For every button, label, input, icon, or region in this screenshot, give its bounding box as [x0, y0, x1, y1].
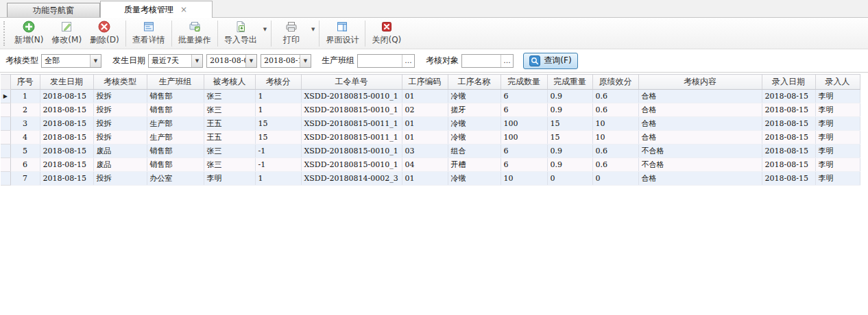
cell-entry-date[interactable]: 2018-08-15 — [762, 158, 815, 172]
cell-team[interactable]: 销售部 — [147, 90, 204, 103]
view-detail-button[interactable]: 查看详情 — [128, 20, 169, 47]
cell-content[interactable]: 合格 — [638, 90, 762, 103]
cell-seq[interactable]: 4 — [10, 131, 40, 144]
cell-work-order[interactable]: XSDD-20180815-0010_1 — [301, 90, 402, 103]
column-header-date[interactable]: 发生日期 — [40, 75, 93, 90]
table-row[interactable]: 42018-08-15投拆生产部王五15XSDD-20180815-0011_1… — [1, 131, 860, 144]
column-header-type[interactable]: 考核类型 — [93, 75, 147, 90]
cell-base-score[interactable]: 10 — [592, 131, 638, 144]
cell-date[interactable]: 2018-08-15 — [40, 158, 93, 172]
cell-base-score[interactable]: 0.6 — [592, 144, 638, 158]
ui-design-button[interactable]: 界面设计 — [322, 20, 363, 47]
cell-seq[interactable]: 1 — [10, 90, 40, 103]
edit-button[interactable]: 修改(M) — [47, 20, 86, 47]
cell-seq[interactable]: 3 — [10, 117, 40, 131]
add-button[interactable]: 新增(N) — [10, 20, 47, 47]
cell-qty[interactable]: 6 — [501, 90, 547, 103]
cell-proc-name[interactable]: 冷镦 — [448, 172, 501, 186]
cell-proc-code[interactable]: 01 — [402, 172, 448, 186]
chevron-down-icon[interactable]: ▼ — [309, 27, 317, 32]
cell-work-order[interactable]: XSDD-20180815-0011_1 — [301, 131, 402, 144]
cell-entry-date[interactable]: 2018-08-15 — [762, 90, 815, 103]
cell-score[interactable]: 15 — [255, 131, 301, 144]
assessment-type-select[interactable]: 全部 ▼ — [41, 54, 101, 68]
chevron-down-icon[interactable]: ▼ — [300, 55, 311, 67]
cell-entry-person[interactable]: 李明 — [815, 172, 860, 186]
table-row[interactable]: 72018-08-15投拆办公室李明1XSDD-20180814-0002_30… — [1, 172, 860, 186]
cell-weight[interactable]: 0.9 — [547, 158, 592, 172]
cell-proc-name[interactable]: 冷镦 — [448, 117, 501, 131]
cell-proc-name[interactable]: 冷镦 — [448, 131, 501, 144]
column-header-proc-code[interactable]: 工序编码 — [402, 75, 448, 90]
cell-type[interactable]: 投拆 — [93, 131, 147, 144]
cell-team[interactable]: 办公室 — [147, 172, 204, 186]
query-button[interactable]: 查询(F) — [523, 53, 578, 69]
cell-date[interactable]: 2018-08-15 — [40, 90, 93, 103]
production-team-lookup[interactable]: … — [357, 54, 415, 68]
cell-base-score[interactable]: 0.6 — [592, 158, 638, 172]
cell-entry-date[interactable]: 2018-08-15 — [762, 131, 815, 144]
cell-weight[interactable]: 0.9 — [547, 103, 592, 117]
assessment-target-lookup[interactable]: … — [461, 54, 514, 68]
cell-person[interactable]: 王五 — [204, 117, 255, 131]
column-header-entry-date[interactable]: 录入日期 — [762, 75, 815, 90]
cell-qty[interactable]: 6 — [501, 103, 547, 117]
row-indicator-icon[interactable] — [1, 131, 10, 144]
cell-score[interactable]: 1 — [255, 90, 301, 103]
cell-content[interactable]: 合格 — [638, 117, 762, 131]
column-header-work-order[interactable]: 工令单号 — [301, 75, 402, 90]
cell-weight[interactable]: 15 — [547, 131, 592, 144]
cell-base-score[interactable]: 0.6 — [592, 103, 638, 117]
cell-entry-date[interactable]: 2018-08-15 — [762, 103, 815, 117]
assessment-target-input[interactable] — [462, 55, 501, 66]
cell-work-order[interactable]: XSDD-20180815-0010_1 — [301, 144, 402, 158]
row-indicator-icon[interactable] — [1, 158, 10, 172]
row-indicator-icon[interactable] — [1, 172, 10, 186]
cell-score[interactable]: 1 — [255, 103, 301, 117]
chevron-down-icon[interactable]: ▼ — [261, 27, 269, 32]
cell-entry-date[interactable]: 2018-08-15 — [762, 117, 815, 131]
cell-person[interactable]: 李明 — [204, 172, 255, 186]
cell-proc-code[interactable]: 01 — [402, 117, 448, 131]
cell-person[interactable]: 王五 — [204, 131, 255, 144]
cell-weight[interactable]: 0.9 — [547, 90, 592, 103]
cell-person[interactable]: 张三 — [204, 103, 255, 117]
cell-proc-name[interactable]: 冷镦 — [448, 90, 501, 103]
production-team-input[interactable] — [358, 55, 402, 66]
cell-qty[interactable]: 10 — [501, 172, 547, 186]
cell-weight[interactable]: 15 — [547, 117, 592, 131]
cell-type[interactable]: 废品 — [93, 144, 147, 158]
chevron-down-icon[interactable]: ▼ — [191, 55, 202, 67]
cell-date[interactable]: 2018-08-15 — [40, 117, 93, 131]
cell-type[interactable]: 投拆 — [93, 103, 147, 117]
cell-base-score[interactable]: 0 — [592, 172, 638, 186]
row-indicator-icon[interactable] — [1, 117, 10, 131]
column-header-base-score[interactable]: 原绩效分 — [592, 75, 638, 90]
cell-proc-code[interactable]: 01 — [402, 90, 448, 103]
cell-proc-code[interactable]: 01 — [402, 131, 448, 144]
cell-base-score[interactable]: 0.6 — [592, 90, 638, 103]
cell-content[interactable]: 合格 — [638, 131, 762, 144]
import-export-button[interactable]: 导入导出 — [220, 20, 261, 47]
table-row[interactable]: 22018-08-15投拆销售部张三1XSDD-20180815-0010_10… — [1, 103, 860, 117]
cell-content[interactable]: 合格 — [638, 172, 762, 186]
ellipsis-button[interactable]: … — [402, 55, 414, 67]
cell-person[interactable]: 张三 — [204, 158, 255, 172]
cell-person[interactable]: 张三 — [204, 90, 255, 103]
column-header-qty[interactable]: 完成数量 — [501, 75, 547, 90]
row-indicator-icon[interactable] — [1, 144, 10, 158]
cell-work-order[interactable]: XSDD-20180815-0010_1 — [301, 158, 402, 172]
table-row[interactable]: 32018-08-15投拆生产部王五15XSDD-20180815-0011_1… — [1, 117, 860, 131]
cell-type[interactable]: 投拆 — [93, 117, 147, 131]
cell-content[interactable]: 不合格 — [638, 144, 762, 158]
tab-function-nav[interactable]: 功能导航窗 — [7, 3, 100, 17]
cell-content[interactable]: 合格 — [638, 103, 762, 117]
cell-proc-code[interactable]: 02 — [402, 103, 448, 117]
ellipsis-button[interactable]: … — [501, 55, 513, 67]
cell-date[interactable]: 2018-08-15 — [40, 103, 93, 117]
batch-operation-button[interactable]: 批量操作 — [174, 20, 215, 47]
table-row[interactable]: 62018-08-15废品销售部张三-1XSDD-20180815-0010_1… — [1, 158, 860, 172]
cell-work-order[interactable]: XSDD-20180815-0010_1 — [301, 103, 402, 117]
cell-type[interactable]: 投拆 — [93, 90, 147, 103]
row-indicator-icon[interactable] — [1, 103, 10, 117]
